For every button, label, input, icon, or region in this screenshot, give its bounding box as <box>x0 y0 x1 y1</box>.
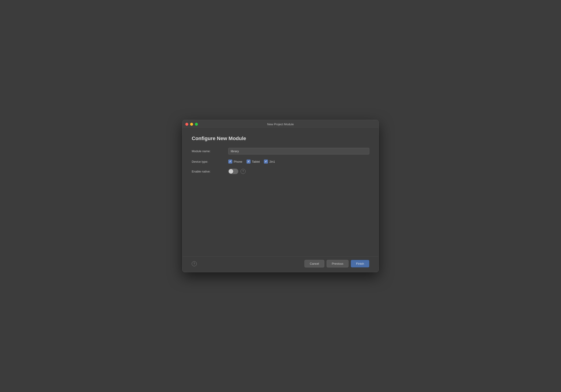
enable-native-label: Enable native: <box>192 170 228 173</box>
footer-left: ? <box>192 261 197 266</box>
toggle-row: ? <box>228 169 246 174</box>
device-type-checkboxes: ✓ Phone ✓ Tablet ✓ 2in1 <box>228 159 275 164</box>
checkbox-phone-label: Phone <box>234 160 242 163</box>
window-title: New Project Module <box>267 123 294 126</box>
maximize-button[interactable] <box>195 123 198 126</box>
cancel-button[interactable]: Cancel <box>304 260 324 267</box>
checkbox-phone-box[interactable]: ✓ <box>228 159 232 164</box>
window-controls <box>185 123 198 126</box>
title-bar: New Project Module <box>183 120 378 129</box>
dialog-footer: ? Cancel Previous Finish <box>183 256 378 272</box>
enable-native-toggle[interactable] <box>228 169 238 174</box>
checkbox-tablet-label: Tablet <box>252 160 260 163</box>
native-help-icon[interactable]: ? <box>241 169 246 174</box>
finish-button[interactable]: Finish <box>351 260 369 267</box>
module-name-row: Module name: <box>192 148 369 154</box>
checkbox-phone[interactable]: ✓ Phone <box>228 159 242 164</box>
minimize-button[interactable] <box>190 123 193 126</box>
previous-button[interactable]: Previous <box>327 260 349 267</box>
enable-native-row: Enable native: ? <box>192 169 369 174</box>
device-type-label: Device type: <box>192 160 228 163</box>
checkmark-phone-icon: ✓ <box>229 160 231 163</box>
device-type-row: Device type: ✓ Phone ✓ Tablet <box>192 159 369 164</box>
dialog-window: New Project Module Configure New Module … <box>182 120 379 272</box>
checkmark-2in1-icon: ✓ <box>265 160 267 163</box>
module-name-label: Module name: <box>192 149 228 153</box>
form-section: Configure New Module Module name: Device… <box>192 136 369 252</box>
checkbox-tablet[interactable]: ✓ Tablet <box>247 159 260 164</box>
checkbox-2in1-box[interactable]: ✓ <box>264 159 268 164</box>
footer-buttons: Cancel Previous Finish <box>304 260 369 267</box>
checkmark-tablet-icon: ✓ <box>248 160 250 163</box>
toggle-knob <box>229 169 233 174</box>
module-name-input[interactable] <box>228 148 369 154</box>
close-button[interactable] <box>185 123 188 126</box>
checkbox-2in1[interactable]: ✓ 2in1 <box>264 159 275 164</box>
checkbox-tablet-box[interactable]: ✓ <box>247 159 251 164</box>
dialog-content: Configure New Module Module name: Device… <box>183 129 378 256</box>
checkbox-2in1-label: 2in1 <box>269 160 275 163</box>
page-title: Configure New Module <box>192 136 369 141</box>
footer-help-icon[interactable]: ? <box>192 261 197 266</box>
